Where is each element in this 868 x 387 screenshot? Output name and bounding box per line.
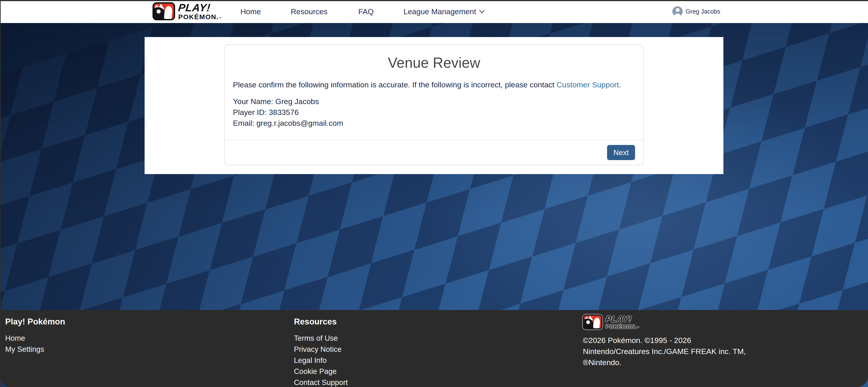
intro-text: Please confirm the following information… bbox=[233, 80, 556, 89]
footer-logo-text: PLAY! POKÉMON.™ bbox=[606, 315, 640, 329]
footer-heading-play-pokemon: Play! Pokémon bbox=[5, 317, 65, 327]
footer-column-resources: Resources Terms of Use Privacy Notice Le… bbox=[294, 310, 348, 387]
footer-link-terms-of-use[interactable]: Terms of Use bbox=[294, 332, 348, 344]
customer-support-link[interactable]: Customer Support bbox=[556, 80, 619, 89]
footer-column-play-pokemon: Play! Pokémon Home My Settings bbox=[5, 310, 65, 355]
page-title: Venue Review bbox=[225, 54, 643, 72]
footer-logo-pokemon-text: POKÉMON.™ bbox=[606, 324, 640, 329]
content-panel: Venue Review Please confirm the followin… bbox=[145, 37, 723, 174]
footer-links-play-pokemon: Home My Settings bbox=[5, 332, 65, 355]
footer-link-contact-support[interactable]: Contact Support bbox=[294, 377, 348, 387]
play-pokemon-badge-icon bbox=[153, 2, 175, 20]
window-edge-left bbox=[0, 0, 1, 387]
footer-links-resources: Terms of Use Privacy Notice Legal Info C… bbox=[294, 332, 348, 387]
nav-item-home[interactable]: Home bbox=[240, 0, 261, 23]
trademark-symbol: ™ bbox=[219, 17, 222, 20]
window-edge-top bbox=[0, 0, 868, 1]
copyright-line-3: ®Nintendo. bbox=[583, 357, 746, 368]
logo-pokemon-word: POKÉMON. bbox=[178, 13, 219, 21]
intro-text-end: . bbox=[619, 80, 621, 89]
league-management-label: League Management bbox=[403, 7, 476, 16]
footer-heading-resources: Resources bbox=[294, 317, 348, 327]
pokeball-icon bbox=[586, 320, 591, 325]
footer-logo-play-text: PLAY! bbox=[605, 315, 640, 323]
footer-link-cookie-page[interactable]: Cookie Page bbox=[294, 366, 348, 377]
copyright-line-1: ©2026 Pokémon. ©1995 - 2026 bbox=[583, 335, 746, 346]
user-menu[interactable]: Greg Jacobs bbox=[672, 0, 720, 23]
footer-link-home[interactable]: Home bbox=[5, 332, 65, 344]
player-name-line: Your Name: Greg Jacobs bbox=[233, 96, 635, 107]
venue-review-card: Venue Review Please confirm the followin… bbox=[224, 44, 644, 165]
logo-pokemon-text: POKÉMON.™ bbox=[178, 13, 222, 20]
copyright-line-2: Nintendo/Creatures Inc./GAME FREAK inc. … bbox=[583, 346, 746, 357]
next-button[interactable]: Next bbox=[607, 145, 635, 160]
player-info: Your Name: Greg Jacobs Player ID: 383357… bbox=[233, 96, 635, 128]
card-actions: Next bbox=[225, 140, 643, 160]
footer-link-my-settings[interactable]: My Settings bbox=[5, 344, 65, 355]
trainer-silhouette bbox=[593, 318, 600, 329]
user-name: Greg Jacobs bbox=[686, 8, 720, 15]
page: PLAY! POKÉMON.™ Home Resources FAQ Leagu… bbox=[0, 0, 868, 387]
footer-column-brand: PLAY! POKÉMON.™ ©2026 Pokémon. ©1995 - 2… bbox=[583, 310, 746, 368]
footer-link-legal-info[interactable]: Legal Info bbox=[294, 355, 348, 366]
copyright-text: ©2026 Pokémon. ©1995 - 2026 Nintendo/Cre… bbox=[583, 335, 746, 368]
logo-play-text: PLAY! bbox=[178, 2, 222, 13]
nav-item-resources[interactable]: Resources bbox=[291, 0, 328, 23]
trainer-silhouette bbox=[164, 6, 173, 20]
footer-link-privacy-notice[interactable]: Privacy Notice bbox=[294, 344, 348, 355]
play-pokemon-logo[interactable]: PLAY! POKÉMON.™ bbox=[153, 2, 222, 20]
player-email-line: Email: greg.r.jacobs@gmail.com bbox=[233, 118, 635, 128]
logo-text: PLAY! POKÉMON.™ bbox=[178, 2, 222, 20]
confirmation-text: Please confirm the following information… bbox=[233, 80, 635, 89]
site-footer: Play! Pokémon Home My Settings Resources… bbox=[0, 310, 868, 387]
player-id-line: Player ID: 3833576 bbox=[233, 107, 635, 118]
footer-logo-pokemon-word: POKÉMON. bbox=[606, 324, 637, 330]
nav-item-league-management[interactable]: League Management bbox=[403, 0, 484, 23]
footer-play-pokemon-badge-icon bbox=[583, 315, 602, 329]
nav-item-faq[interactable]: FAQ bbox=[358, 0, 374, 23]
top-navbar: PLAY! POKÉMON.™ Home Resources FAQ Leagu… bbox=[0, 0, 868, 23]
footer-play-pokemon-logo: PLAY! POKÉMON.™ bbox=[583, 315, 746, 329]
chevron-down-icon bbox=[479, 8, 485, 13]
pokeball-icon bbox=[156, 8, 161, 14]
trademark-symbol: ™ bbox=[637, 326, 640, 329]
user-avatar-icon bbox=[672, 6, 683, 17]
